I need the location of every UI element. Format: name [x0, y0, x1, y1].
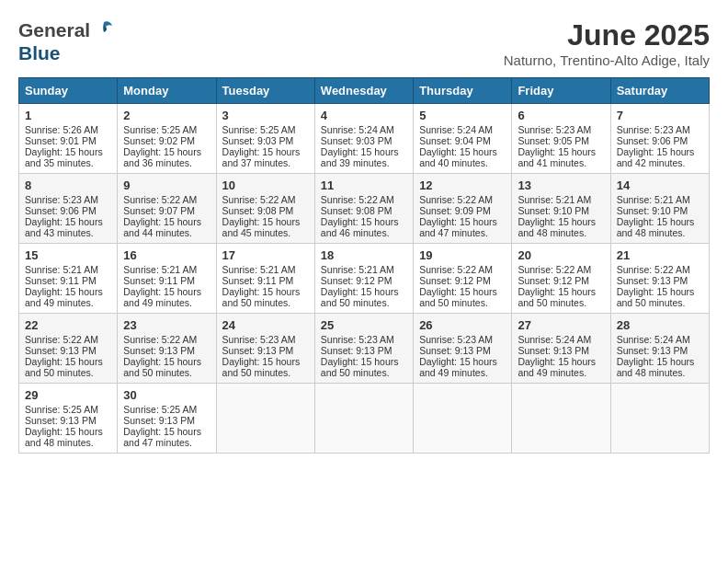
day-info-line: and 49 minutes.	[518, 367, 604, 378]
title-area: June 2025 Naturno, Trentino-Alto Adige, …	[504, 18, 710, 68]
day-info-line: Sunrise: 5:24 AM	[518, 334, 604, 345]
day-info-line: Sunset: 9:13 PM	[617, 345, 703, 356]
day-number: 30	[123, 388, 210, 402]
day-number: 1	[25, 109, 111, 122]
day-info-line: and 48 minutes.	[617, 367, 703, 378]
day-info-line: Sunset: 9:12 PM	[518, 275, 604, 286]
day-info-line: Sunrise: 5:24 AM	[617, 334, 703, 345]
weekday-header-saturday: Saturday	[610, 78, 709, 104]
day-info-line: Daylight: 15 hours	[25, 146, 111, 157]
day-info-line: Sunrise: 5:23 AM	[321, 334, 407, 345]
weekday-header-friday: Friday	[512, 78, 610, 104]
calendar-cell: 5Sunrise: 5:24 AMSunset: 9:04 PMDaylight…	[414, 104, 512, 174]
day-info-line: Sunrise: 5:25 AM	[222, 124, 309, 135]
day-number: 17	[222, 248, 309, 262]
day-info-line: Sunrise: 5:21 AM	[25, 264, 111, 275]
day-info-line: Daylight: 15 hours	[518, 286, 604, 297]
day-info-line: and 45 minutes.	[222, 227, 309, 238]
day-info-line: and 50 minutes.	[222, 297, 309, 308]
logo-blue: Blue	[18, 42, 61, 64]
calendar-cell: 10Sunrise: 5:22 AMSunset: 9:08 PMDayligh…	[216, 174, 314, 244]
calendar-cell: 8Sunrise: 5:23 AMSunset: 9:06 PMDaylight…	[19, 174, 118, 244]
day-number: 6	[518, 109, 604, 122]
day-info-line: and 50 minutes.	[25, 367, 111, 378]
calendar-cell	[414, 384, 512, 454]
location-subtitle: Naturno, Trentino-Alto Adige, Italy	[504, 52, 710, 68]
day-info-line: Daylight: 15 hours	[123, 356, 210, 367]
day-info-line: Sunset: 9:07 PM	[123, 205, 210, 216]
day-info-line: and 48 minutes.	[617, 227, 703, 238]
day-info-line: Sunrise: 5:21 AM	[617, 194, 703, 205]
calendar-week-row: 29Sunrise: 5:25 AMSunset: 9:13 PMDayligh…	[19, 384, 710, 454]
calendar-cell: 14Sunrise: 5:21 AMSunset: 9:10 PMDayligh…	[610, 174, 709, 244]
day-info-line: Daylight: 15 hours	[222, 286, 309, 297]
day-info-line: Sunset: 9:13 PM	[25, 415, 111, 426]
day-info-line: and 48 minutes.	[25, 437, 111, 448]
day-info-line: Sunset: 9:11 PM	[222, 275, 309, 286]
day-info-line: Daylight: 15 hours	[617, 286, 703, 297]
calendar-cell: 6Sunrise: 5:23 AMSunset: 9:05 PMDaylight…	[512, 104, 610, 174]
calendar-week-row: 8Sunrise: 5:23 AMSunset: 9:06 PMDaylight…	[19, 174, 710, 244]
weekday-header-wednesday: Wednesday	[314, 78, 413, 104]
calendar-table: SundayMondayTuesdayWednesdayThursdayFrid…	[18, 77, 710, 454]
day-info-line: Daylight: 15 hours	[617, 146, 703, 157]
day-number: 14	[617, 178, 703, 192]
logo-general: General	[18, 19, 90, 41]
day-number: 23	[123, 318, 210, 332]
calendar-cell: 3Sunrise: 5:25 AMSunset: 9:03 PMDaylight…	[216, 104, 314, 174]
calendar-cell: 27Sunrise: 5:24 AMSunset: 9:13 PMDayligh…	[512, 314, 610, 384]
day-info-line: Daylight: 15 hours	[222, 146, 309, 157]
page-header: General Blue June 2025 Naturno, Trentino…	[18, 18, 710, 68]
calendar-cell: 15Sunrise: 5:21 AMSunset: 9:11 PMDayligh…	[19, 244, 118, 314]
day-info-line: and 49 minutes.	[25, 297, 111, 308]
day-info-line: Daylight: 15 hours	[419, 286, 506, 297]
day-info-line: and 42 minutes.	[617, 157, 703, 168]
calendar-cell	[314, 384, 413, 454]
calendar-week-row: 22Sunrise: 5:22 AMSunset: 9:13 PMDayligh…	[19, 314, 710, 384]
day-info-line: Sunset: 9:10 PM	[518, 205, 604, 216]
day-info-line: Sunset: 9:12 PM	[419, 275, 506, 286]
logo-bird-icon	[94, 18, 114, 42]
day-info-line: Sunset: 9:13 PM	[123, 345, 210, 356]
calendar-week-row: 15Sunrise: 5:21 AMSunset: 9:11 PMDayligh…	[19, 244, 710, 314]
day-number: 21	[617, 248, 703, 262]
day-info-line: Sunrise: 5:25 AM	[123, 124, 210, 135]
day-info-line: Daylight: 15 hours	[419, 216, 506, 227]
day-number: 10	[222, 178, 309, 192]
calendar-cell: 2Sunrise: 5:25 AMSunset: 9:02 PMDaylight…	[118, 104, 216, 174]
calendar-cell: 11Sunrise: 5:22 AMSunset: 9:08 PMDayligh…	[314, 174, 413, 244]
calendar-cell: 21Sunrise: 5:22 AMSunset: 9:13 PMDayligh…	[610, 244, 709, 314]
day-number: 27	[518, 318, 604, 332]
day-info-line: and 46 minutes.	[321, 227, 407, 238]
day-info-line: Sunrise: 5:22 AM	[25, 334, 111, 345]
calendar-cell: 24Sunrise: 5:23 AMSunset: 9:13 PMDayligh…	[216, 314, 314, 384]
day-info-line: Sunrise: 5:22 AM	[321, 194, 407, 205]
day-info-line: and 41 minutes.	[518, 157, 604, 168]
calendar-cell: 30Sunrise: 5:25 AMSunset: 9:13 PMDayligh…	[118, 384, 216, 454]
logo: General Blue	[18, 18, 114, 64]
day-info-line: Sunset: 9:11 PM	[123, 275, 210, 286]
day-info-line: Daylight: 15 hours	[617, 356, 703, 367]
day-number: 13	[518, 178, 604, 192]
day-number: 3	[222, 109, 309, 122]
day-info-line: and 43 minutes.	[25, 227, 111, 238]
calendar-cell: 4Sunrise: 5:24 AMSunset: 9:03 PMDaylight…	[314, 104, 413, 174]
day-info-line: and 50 minutes.	[321, 367, 407, 378]
calendar-cell: 17Sunrise: 5:21 AMSunset: 9:11 PMDayligh…	[216, 244, 314, 314]
day-info-line: Daylight: 15 hours	[321, 356, 407, 367]
day-number: 29	[25, 388, 111, 402]
day-number: 19	[419, 248, 506, 262]
day-info-line: Daylight: 15 hours	[25, 286, 111, 297]
day-number: 4	[321, 109, 407, 122]
calendar-cell: 29Sunrise: 5:25 AMSunset: 9:13 PMDayligh…	[19, 384, 118, 454]
day-info-line: Sunrise: 5:21 AM	[123, 264, 210, 275]
day-info-line: Sunrise: 5:22 AM	[222, 194, 309, 205]
day-info-line: Daylight: 15 hours	[123, 426, 210, 437]
calendar-cell: 28Sunrise: 5:24 AMSunset: 9:13 PMDayligh…	[610, 314, 709, 384]
day-number: 24	[222, 318, 309, 332]
weekday-header-row: SundayMondayTuesdayWednesdayThursdayFrid…	[19, 78, 710, 104]
day-info-line: Daylight: 15 hours	[617, 216, 703, 227]
day-info-line: Daylight: 15 hours	[321, 286, 407, 297]
weekday-header-tuesday: Tuesday	[216, 78, 314, 104]
day-info-line: and 37 minutes.	[222, 157, 309, 168]
